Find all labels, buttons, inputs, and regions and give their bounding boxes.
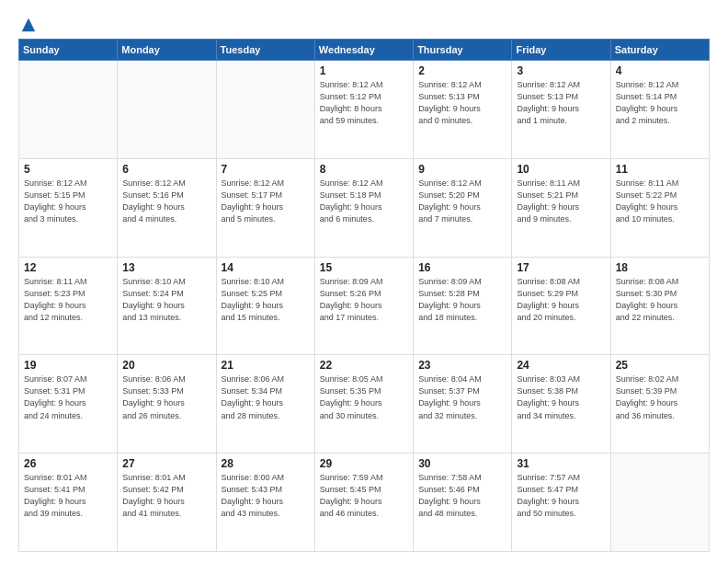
- calendar-cell: 24Sunrise: 8:03 AM Sunset: 5:38 PM Dayli…: [512, 355, 610, 454]
- day-info: Sunrise: 8:12 AM Sunset: 5:18 PM Dayligh…: [320, 178, 408, 225]
- day-number: 19: [24, 359, 112, 372]
- day-info: Sunrise: 8:12 AM Sunset: 5:15 PM Dayligh…: [24, 178, 112, 225]
- day-number: 6: [122, 163, 210, 176]
- logo-icon: [20, 17, 37, 33]
- calendar-cell: 25Sunrise: 8:02 AM Sunset: 5:39 PM Dayli…: [610, 355, 709, 454]
- calendar-table: SundayMondayTuesdayWednesdayThursdayFrid…: [18, 39, 710, 552]
- day-info: Sunrise: 8:12 AM Sunset: 5:14 PM Dayligh…: [616, 79, 704, 127]
- day-info: Sunrise: 8:11 AM Sunset: 5:21 PM Dayligh…: [517, 178, 605, 225]
- day-info: Sunrise: 8:06 AM Sunset: 5:33 PM Dayligh…: [122, 373, 210, 421]
- day-info: Sunrise: 8:12 AM Sunset: 5:12 PM Dayligh…: [320, 79, 408, 127]
- week-row-3: 12Sunrise: 8:11 AM Sunset: 5:23 PM Dayli…: [19, 257, 710, 355]
- calendar-cell: 16Sunrise: 8:09 AM Sunset: 5:28 PM Dayli…: [414, 257, 512, 355]
- day-number: 13: [122, 261, 210, 274]
- day-info: Sunrise: 8:05 AM Sunset: 5:35 PM Dayligh…: [320, 373, 408, 421]
- calendar-cell: 18Sunrise: 8:08 AM Sunset: 5:30 PM Dayli…: [610, 257, 709, 355]
- day-info: Sunrise: 8:11 AM Sunset: 5:23 PM Dayligh…: [24, 276, 112, 324]
- day-info: Sunrise: 8:12 AM Sunset: 5:16 PM Dayligh…: [122, 178, 210, 225]
- calendar-cell: 11Sunrise: 8:11 AM Sunset: 5:22 PM Dayli…: [610, 158, 709, 257]
- day-number: 21: [222, 359, 310, 372]
- day-number: 9: [418, 163, 506, 176]
- calendar-cell: [610, 454, 709, 552]
- day-number: 18: [616, 261, 704, 274]
- day-info: Sunrise: 8:08 AM Sunset: 5:29 PM Dayligh…: [517, 276, 605, 324]
- calendar-cell: 3Sunrise: 8:12 AM Sunset: 5:13 PM Daylig…: [512, 61, 610, 159]
- calendar-cell: 6Sunrise: 8:12 AM Sunset: 5:16 PM Daylig…: [118, 158, 216, 257]
- calendar-cell: 20Sunrise: 8:06 AM Sunset: 5:33 PM Dayli…: [118, 355, 216, 454]
- weekday-header-sunday: Sunday: [19, 40, 118, 61]
- day-info: Sunrise: 8:11 AM Sunset: 5:22 PM Dayligh…: [616, 178, 704, 225]
- week-row-2: 5Sunrise: 8:12 AM Sunset: 5:15 PM Daylig…: [19, 158, 710, 257]
- day-info: Sunrise: 8:01 AM Sunset: 5:41 PM Dayligh…: [24, 472, 112, 520]
- calendar-cell: 13Sunrise: 8:10 AM Sunset: 5:24 PM Dayli…: [118, 257, 216, 355]
- day-info: Sunrise: 8:04 AM Sunset: 5:37 PM Dayligh…: [418, 373, 506, 421]
- calendar-cell: 14Sunrise: 8:10 AM Sunset: 5:25 PM Dayli…: [216, 257, 314, 355]
- day-number: 26: [24, 457, 112, 470]
- week-row-5: 26Sunrise: 8:01 AM Sunset: 5:41 PM Dayli…: [19, 454, 710, 552]
- weekday-header-wednesday: Wednesday: [314, 40, 413, 61]
- calendar-cell: 1Sunrise: 8:12 AM Sunset: 5:12 PM Daylig…: [314, 61, 413, 159]
- day-info: Sunrise: 7:59 AM Sunset: 5:45 PM Dayligh…: [320, 472, 408, 520]
- weekday-header-thursday: Thursday: [414, 40, 512, 61]
- day-number: 28: [222, 457, 310, 470]
- day-info: Sunrise: 8:07 AM Sunset: 5:31 PM Dayligh…: [24, 373, 112, 421]
- day-number: 4: [616, 64, 704, 77]
- day-number: 2: [418, 64, 506, 77]
- day-info: Sunrise: 7:58 AM Sunset: 5:46 PM Dayligh…: [418, 472, 506, 520]
- calendar-cell: 10Sunrise: 8:11 AM Sunset: 5:21 PM Dayli…: [512, 158, 610, 257]
- day-number: 15: [320, 261, 408, 274]
- day-info: Sunrise: 8:10 AM Sunset: 5:24 PM Dayligh…: [122, 276, 210, 324]
- day-info: Sunrise: 8:12 AM Sunset: 5:13 PM Dayligh…: [517, 79, 605, 127]
- day-info: Sunrise: 8:09 AM Sunset: 5:28 PM Dayligh…: [418, 276, 506, 324]
- calendar-cell: [216, 61, 314, 159]
- day-info: Sunrise: 8:00 AM Sunset: 5:43 PM Dayligh…: [222, 472, 310, 520]
- day-number: 30: [418, 457, 506, 470]
- day-info: Sunrise: 8:06 AM Sunset: 5:34 PM Dayligh…: [222, 373, 310, 421]
- calendar-cell: 4Sunrise: 8:12 AM Sunset: 5:14 PM Daylig…: [610, 61, 709, 159]
- weekday-header-saturday: Saturday: [610, 40, 709, 61]
- day-info: Sunrise: 8:12 AM Sunset: 5:17 PM Dayligh…: [222, 178, 310, 225]
- calendar-cell: 2Sunrise: 8:12 AM Sunset: 5:13 PM Daylig…: [414, 61, 512, 159]
- logo: [18, 17, 37, 29]
- calendar-cell: [19, 61, 118, 159]
- day-number: 14: [222, 261, 310, 274]
- day-number: 17: [517, 261, 605, 274]
- day-number: 3: [517, 64, 605, 77]
- day-number: 24: [517, 359, 605, 372]
- day-info: Sunrise: 8:03 AM Sunset: 5:38 PM Dayligh…: [517, 373, 605, 421]
- week-row-1: 1Sunrise: 8:12 AM Sunset: 5:12 PM Daylig…: [19, 61, 710, 159]
- calendar-cell: 9Sunrise: 8:12 AM Sunset: 5:20 PM Daylig…: [414, 158, 512, 257]
- day-number: 20: [122, 359, 210, 372]
- day-number: 16: [418, 261, 506, 274]
- week-row-4: 19Sunrise: 8:07 AM Sunset: 5:31 PM Dayli…: [19, 355, 710, 454]
- calendar-cell: 27Sunrise: 8:01 AM Sunset: 5:42 PM Dayli…: [118, 454, 216, 552]
- calendar-cell: 31Sunrise: 7:57 AM Sunset: 5:47 PM Dayli…: [512, 454, 610, 552]
- day-number: 27: [122, 457, 210, 470]
- page: SundayMondayTuesdayWednesdayThursdayFrid…: [0, 0, 728, 563]
- day-number: 12: [24, 261, 112, 274]
- calendar-cell: 26Sunrise: 8:01 AM Sunset: 5:41 PM Dayli…: [19, 454, 118, 552]
- day-number: 7: [222, 163, 310, 176]
- svg-marker-0: [22, 18, 35, 31]
- calendar-cell: 22Sunrise: 8:05 AM Sunset: 5:35 PM Dayli…: [314, 355, 413, 454]
- day-info: Sunrise: 8:08 AM Sunset: 5:30 PM Dayligh…: [616, 276, 704, 324]
- day-number: 1: [320, 64, 408, 77]
- day-number: 8: [320, 163, 408, 176]
- calendar-cell: 21Sunrise: 8:06 AM Sunset: 5:34 PM Dayli…: [216, 355, 314, 454]
- day-info: Sunrise: 8:12 AM Sunset: 5:20 PM Dayligh…: [418, 178, 506, 225]
- calendar-cell: 17Sunrise: 8:08 AM Sunset: 5:29 PM Dayli…: [512, 257, 610, 355]
- day-number: 11: [616, 163, 704, 176]
- calendar-cell: 8Sunrise: 8:12 AM Sunset: 5:18 PM Daylig…: [314, 158, 413, 257]
- day-number: 29: [320, 457, 408, 470]
- day-info: Sunrise: 8:10 AM Sunset: 5:25 PM Dayligh…: [222, 276, 310, 324]
- calendar-cell: 30Sunrise: 7:58 AM Sunset: 5:46 PM Dayli…: [414, 454, 512, 552]
- day-info: Sunrise: 7:57 AM Sunset: 5:47 PM Dayligh…: [517, 472, 605, 520]
- weekday-header-friday: Friday: [512, 40, 610, 61]
- day-number: 23: [418, 359, 506, 372]
- calendar-cell: 23Sunrise: 8:04 AM Sunset: 5:37 PM Dayli…: [414, 355, 512, 454]
- calendar-cell: 28Sunrise: 8:00 AM Sunset: 5:43 PM Dayli…: [216, 454, 314, 552]
- weekday-header-tuesday: Tuesday: [216, 40, 314, 61]
- day-number: 25: [616, 359, 704, 372]
- calendar-cell: [118, 61, 216, 159]
- day-info: Sunrise: 8:01 AM Sunset: 5:42 PM Dayligh…: [122, 472, 210, 520]
